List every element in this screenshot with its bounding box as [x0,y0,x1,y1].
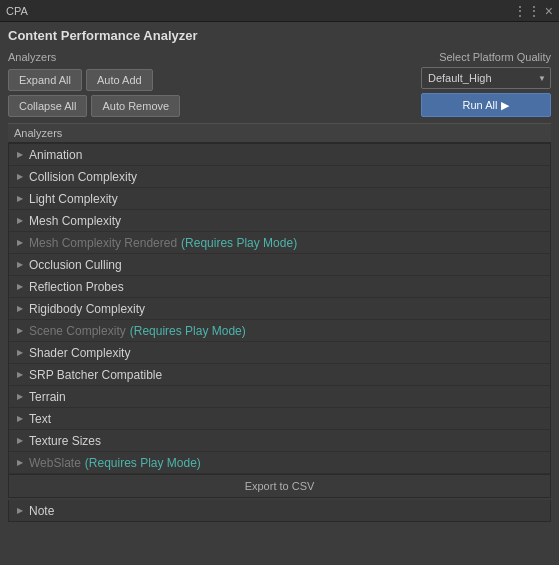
list-item[interactable]: ▶ Animation [9,144,550,166]
right-controls: Select Platform Quality Default_High Def… [421,51,551,117]
list-item[interactable]: ▶ SRP Batcher Compatible [9,364,550,386]
list-item[interactable]: ▶ Collision Complexity [9,166,550,188]
expand-icon: ▶ [17,282,23,291]
item-label: Reflection Probes [29,280,124,294]
title-bar-icons: ⋮⋮ × [513,4,553,18]
expand-icon: ▶ [17,216,23,225]
list-item[interactable]: ▶ Rigidbody Complexity [9,298,550,320]
export-csv-button[interactable]: Export to CSV [15,480,544,492]
platform-select-wrapper[interactable]: Default_High Default_Medium Default_Low [421,67,551,89]
item-label: Occlusion Culling [29,258,122,272]
expand-icon: ▶ [17,370,23,379]
list-item[interactable]: ▶ Texture Sizes [9,430,550,452]
analyzers-buttons: Expand All Auto Add [8,69,180,91]
list-item[interactable]: ▶ Occlusion Culling [9,254,550,276]
item-label: Texture Sizes [29,434,101,448]
expand-icon: ▶ [17,436,23,445]
close-icon[interactable]: × [545,4,553,18]
item-label: Animation [29,148,82,162]
list-item[interactable]: ▶ Shader Complexity [9,342,550,364]
note-row[interactable]: ▶ Note [8,500,551,522]
item-label: WebSlate [29,456,81,470]
item-label: Shader Complexity [29,346,130,360]
expand-icon: ▶ [17,260,23,269]
controls-row: Analyzers Expand All Auto Add Collapse A… [8,51,551,117]
auto-remove-button[interactable]: Auto Remove [91,95,180,117]
list-item[interactable]: ▶ Reflection Probes [9,276,550,298]
list-item-disabled[interactable]: ▶ Mesh Complexity Rendered (Requires Pla… [9,232,550,254]
analyzer-list: ▶ Animation ▶ Collision Complexity ▶ Lig… [8,143,551,475]
expand-icon: ▶ [17,238,23,247]
auto-add-button[interactable]: Auto Add [86,69,153,91]
title-bar: CPA ⋮⋮ × [0,0,559,22]
expand-icon: ▶ [17,326,23,335]
item-label: Text [29,412,51,426]
panel-title: Content Performance Analyzer [8,28,551,43]
left-controls: Analyzers Expand All Auto Add Collapse A… [8,51,180,117]
requires-play-label: (Requires Play Mode) [130,324,246,338]
requires-play-label: (Requires Play Mode) [181,236,297,250]
expand-icon: ▶ [17,194,23,203]
note-expand-icon: ▶ [17,506,23,515]
item-label: Scene Complexity [29,324,126,338]
list-item[interactable]: ▶ Mesh Complexity [9,210,550,232]
analyzers-label: Analyzers [8,51,180,63]
menu-icon[interactable]: ⋮⋮ [513,4,541,18]
item-label: Light Complexity [29,192,118,206]
list-item[interactable]: ▶ Light Complexity [9,188,550,210]
item-label: Mesh Complexity [29,214,121,228]
title-bar-left: CPA [6,5,28,17]
collapse-all-button[interactable]: Collapse All [8,95,87,117]
run-all-icon: ▶ [501,99,509,112]
list-item-disabled[interactable]: ▶ WebSlate (Requires Play Mode) [9,452,550,474]
item-label: Rigidbody Complexity [29,302,145,316]
item-label: Mesh Complexity Rendered [29,236,177,250]
analyzers-section-label: Analyzers [14,127,62,139]
expand-icon: ▶ [17,150,23,159]
analyzers-section-header: Analyzers [8,123,551,143]
run-all-label: Run All [463,99,498,111]
requires-play-label: (Requires Play Mode) [85,456,201,470]
expand-icon: ▶ [17,304,23,313]
window-title: CPA [6,5,28,17]
expand-icon: ▶ [17,172,23,181]
expand-icon: ▶ [17,458,23,467]
list-item[interactable]: ▶ Text [9,408,550,430]
item-label: SRP Batcher Compatible [29,368,162,382]
platform-quality-label: Select Platform Quality [439,51,551,63]
run-all-button[interactable]: Run All ▶ [421,93,551,117]
platform-quality-select[interactable]: Default_High Default_Medium Default_Low [421,67,551,89]
list-item[interactable]: ▶ Terrain [9,386,550,408]
note-label: Note [29,504,54,518]
main-panel: Content Performance Analyzer Analyzers E… [0,22,559,528]
expand-icon: ▶ [17,414,23,423]
export-row[interactable]: Export to CSV [8,475,551,498]
expand-icon: ▶ [17,348,23,357]
item-label: Terrain [29,390,66,404]
second-buttons: Collapse All Auto Remove [8,95,180,117]
expand-icon: ▶ [17,392,23,401]
item-label: Collision Complexity [29,170,137,184]
list-item-disabled[interactable]: ▶ Scene Complexity (Requires Play Mode) [9,320,550,342]
expand-all-button[interactable]: Expand All [8,69,82,91]
